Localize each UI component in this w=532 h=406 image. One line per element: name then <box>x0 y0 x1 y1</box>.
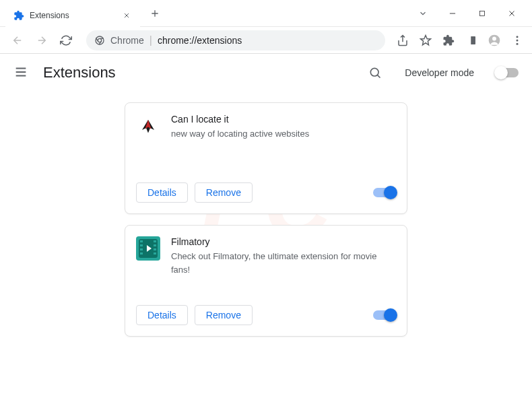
profile-icon[interactable] <box>488 34 501 47</box>
share-icon[interactable] <box>396 34 409 47</box>
browser-tab[interactable]: Extensions <box>5 4 140 27</box>
chevron-down-icon[interactable] <box>416 7 430 20</box>
details-button[interactable]: Details <box>136 182 188 203</box>
menu-icon[interactable] <box>510 34 524 47</box>
extension-enable-toggle[interactable] <box>373 310 396 320</box>
remove-button[interactable]: Remove <box>195 305 253 325</box>
extension-card: Can I locate it new way of locating acti… <box>125 102 407 214</box>
svg-point-11 <box>517 39 519 41</box>
chrome-icon <box>94 35 105 46</box>
hamburger-icon[interactable] <box>13 65 30 81</box>
extension-logo-icon <box>136 114 160 138</box>
extension-description: Check out Filmatory, the ultimate extens… <box>171 250 396 276</box>
window-titlebar: Extensions <box>0 0 532 27</box>
close-window-button[interactable] <box>505 7 519 20</box>
svg-point-9 <box>492 36 496 40</box>
page-title: Extensions <box>43 64 354 81</box>
developer-mode-label: Developer mode <box>405 67 474 78</box>
extension-name: Filmatory <box>171 236 396 247</box>
address-label: Chrome <box>110 35 144 46</box>
minimize-button[interactable] <box>446 7 459 20</box>
maximize-button[interactable] <box>475 7 489 20</box>
reload-button[interactable] <box>57 31 75 50</box>
extension-enable-toggle[interactable] <box>373 188 396 197</box>
svg-rect-0 <box>480 11 485 15</box>
svg-point-10 <box>517 36 519 38</box>
close-tab-icon[interactable] <box>121 10 132 21</box>
address-separator: | <box>149 34 152 46</box>
tab-title: Extensions <box>30 11 121 20</box>
extension-logo-icon <box>136 236 160 261</box>
window-controls <box>416 7 532 20</box>
page-header: Extensions Developer mode <box>0 54 532 92</box>
new-tab-button[interactable] <box>145 4 164 23</box>
details-button[interactable]: Details <box>136 305 188 325</box>
extensions-list: Can I locate it new way of locating acti… <box>0 92 532 347</box>
extension-name: Can I locate it <box>171 114 396 125</box>
search-icon[interactable] <box>367 65 383 81</box>
developer-mode-toggle[interactable] <box>496 68 519 77</box>
remove-button[interactable]: Remove <box>195 182 253 203</box>
svg-rect-7 <box>467 36 471 44</box>
extensions-icon[interactable] <box>442 34 455 47</box>
back-button[interactable] <box>8 31 27 50</box>
address-url: chrome://extensions <box>158 35 242 46</box>
sidepanel-icon[interactable] <box>465 34 478 47</box>
svg-point-13 <box>371 68 379 76</box>
puzzle-icon <box>13 10 24 21</box>
svg-point-12 <box>517 42 519 44</box>
browser-toolbar: Chrome | chrome://extensions <box>0 27 532 54</box>
extension-card: Filmatory Check out Filmatory, the ultim… <box>125 225 407 337</box>
forward-button[interactable] <box>32 31 51 50</box>
address-bar[interactable]: Chrome | chrome://extensions <box>86 30 385 50</box>
bookmark-icon[interactable] <box>419 34 432 47</box>
extension-description: new way of locating active websites <box>171 127 396 141</box>
